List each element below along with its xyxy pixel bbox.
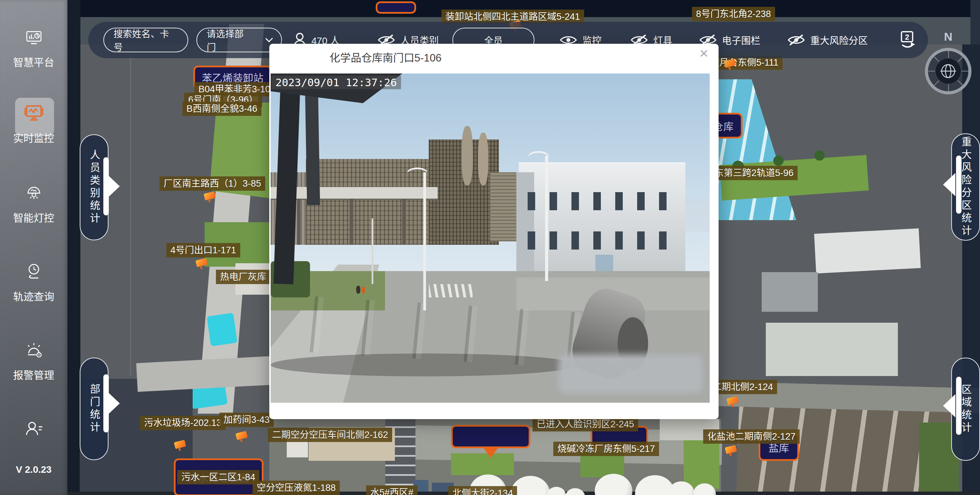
version-label: V 2.0.23 [0,464,67,475]
sidebar-item-label: 智慧平台 [0,54,67,69]
sidebar: 智慧平台 实时监控 智能灯控 [0,0,67,495]
dashboard-monitor-icon [23,28,45,48]
map-shape [545,156,548,281]
chevron-down-icon [265,35,273,42]
smart-lamp-icon [23,183,45,203]
map-shape [372,219,373,284]
map-shape [207,313,237,346]
tab-label: 部门统计 [87,384,102,434]
map-shape [297,198,301,245]
search-input[interactable]: 搜索姓名、卡号 [103,28,188,52]
screen-count-badge: 2 [905,33,909,41]
sidebar-item-smart-platform[interactable]: 智慧平台 [0,28,67,69]
map-location-tag[interactable]: 空分空压液氮1-188 [253,481,340,495]
map-shape [461,126,473,185]
sidebar-item-label: 实时监控 [0,130,67,145]
sidebar-item-track-query[interactable]: 轨迹查询 [0,262,67,303]
map-location-tag[interactable]: 东第三跨2轨道5-96 [710,166,798,180]
map-location-tag[interactable]: 化盐池二期南侧2-127 [703,429,800,444]
expand-arrow-icon[interactable] [107,175,120,198]
map-shape [429,284,473,297]
map-location-tag[interactable]: 4号门出口1-171 [166,243,240,257]
map-shape [814,228,921,273]
screen-switch-icon: 2 [898,30,917,49]
sidebar-item-label: 轨迹查询 [0,288,67,303]
toggle-label: 重大风险分区 [810,33,868,47]
sidebar-item-smart-lighting[interactable]: 智能灯控 [0,183,67,225]
compass[interactable] [925,48,972,94]
tree [815,151,825,161]
toggle-major-risk-zone[interactable]: 重大风险分区 [788,33,868,47]
map-callout[interactable] [376,2,416,14]
privacy-blur [563,358,699,389]
camera-timestamp: 2023/09/01 12:37:26 [271,76,401,89]
app-window: 苯乙烯装卸站仓库污水处理装置盐库装卸站北侧四北主道路区域5-2418号门东北角2… [0,0,980,495]
map-shape [762,272,818,312]
alarm-icon [23,340,45,361]
camera-photo-art [270,73,710,403]
cctv-camera-icon[interactable] [204,191,216,200]
map-shape [766,323,898,376]
map-location-tag[interactable]: 加药间3-43 [220,412,274,427]
map-shape [136,356,273,392]
map-location-tag[interactable]: 污水一区二区1-84 [177,470,259,484]
map-location-tag[interactable]: 北侧大街2-134 [448,486,517,495]
map-location-tag[interactable]: 污水垃圾场-202.13 [140,416,226,430]
expand-arrow-icon[interactable] [943,394,955,417]
tab-label: 人员类别统计 [87,149,102,225]
expand-arrow-icon[interactable] [956,377,961,435]
callout-pointer [482,446,499,458]
sidebar-item-label: 智能灯控 [0,209,67,225]
map-shape [350,198,353,245]
cctv-camera-icon[interactable] [235,431,248,440]
expand-arrow-icon[interactable] [107,392,120,415]
contacts-icon [23,419,45,439]
map-location-tag[interactable]: 烧碱冷冻厂房东侧5-217 [553,442,659,456]
sidebar-item-label: 报警管理 [0,367,67,382]
map-shape [130,48,131,376]
map-shape [516,172,534,281]
eye-slash-icon [788,34,805,46]
map-location-tag[interactable]: 水5#西区# [366,485,417,495]
sidebar-item-realtime-monitor[interactable]: 实时监控 [0,103,67,145]
expand-arrow-icon[interactable] [943,173,955,196]
map-shape [970,0,980,44]
map-location-tag[interactable]: 已进入人脸识别区2-245 [533,417,638,432]
sidebar-item-contacts[interactable] [0,419,67,441]
close-icon[interactable]: × [699,46,708,61]
map-location-tag[interactable]: 二期北侧2-124 [708,380,777,394]
map-location-tag[interactable]: 二期空分空压车间北侧2-162 [268,428,392,442]
screen-switch-button[interactable]: 2 [898,30,917,50]
map-shape [67,0,80,495]
map-location-tag[interactable]: 厂区南主路西（1）3-85 [159,176,265,191]
cctv-camera-icon[interactable] [725,445,737,454]
map-location-tag[interactable]: 8号门东北角2-238 [692,7,775,21]
north-label: N [938,30,958,43]
tab-area-stats[interactable]: 区域统计 [951,358,980,461]
track-query-icon [23,262,45,282]
realtime-monitor-icon [22,103,45,124]
compass-globe-icon [935,58,961,84]
camera-snapshot: 2023/09/01 12:37:26 [270,73,710,403]
camera-feed-dialog: 化学品仓库南门口5-106 × 2023/09/01 12:37:26 [269,44,719,419]
map-callout[interactable] [451,425,530,448]
map-location-tag[interactable]: B西南侧全貌3-46 [182,102,261,116]
map-shape [362,287,365,294]
department-placeholder: 请选择部门 [207,27,251,53]
tree [773,155,784,166]
map-shape [402,198,406,245]
dialog-title: 化学品仓库南门口5-106 [329,49,441,65]
toggle-label: 电子围栏 [722,33,760,47]
map-shape [423,172,426,310]
map-shape [684,439,719,489]
map-shape [528,192,677,210]
map-shape [356,286,360,294]
sidebar-item-alarm-management[interactable]: 报警管理 [0,340,67,382]
search-placeholder: 搜索姓名、卡号 [114,27,178,53]
expand-arrow-icon[interactable] [956,155,961,214]
map-shape [478,133,488,185]
tab-major-risk-zone-stats[interactable]: 重大风险分区统计 [951,133,980,241]
map-location-tag[interactable]: 热电厂灰库 [216,270,270,284]
map-shape [528,232,677,249]
